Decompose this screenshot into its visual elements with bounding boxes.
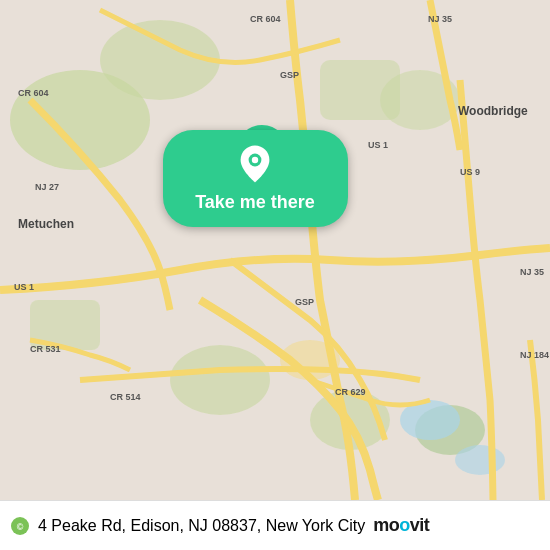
svg-text:CR 514: CR 514 bbox=[110, 392, 141, 402]
take-me-there-button[interactable]: Take me there bbox=[163, 130, 348, 227]
svg-point-11 bbox=[280, 340, 340, 380]
svg-text:NJ 27: NJ 27 bbox=[35, 182, 59, 192]
svg-text:US 1: US 1 bbox=[368, 140, 388, 150]
svg-text:US 1: US 1 bbox=[14, 282, 34, 292]
svg-text:CR 629: CR 629 bbox=[335, 387, 366, 397]
svg-point-5 bbox=[170, 345, 270, 415]
svg-text:CR 604: CR 604 bbox=[250, 14, 281, 24]
svg-text:GSP: GSP bbox=[280, 70, 299, 80]
svg-text:US 9: US 9 bbox=[460, 167, 480, 177]
footer-address: 4 Peake Rd, Edison, NJ 08837, New York C… bbox=[38, 517, 365, 535]
svg-text:Woodbridge: Woodbridge bbox=[458, 104, 528, 118]
svg-text:CR 531: CR 531 bbox=[30, 344, 61, 354]
svg-text:CR 604: CR 604 bbox=[18, 88, 49, 98]
moovit-logo: moovit bbox=[373, 515, 429, 536]
footer-bar: © 4 Peake Rd, Edison, NJ 08837, New York… bbox=[0, 500, 550, 550]
svg-text:©: © bbox=[17, 522, 24, 532]
svg-text:GSP: GSP bbox=[295, 297, 314, 307]
cta-label: Take me there bbox=[195, 192, 315, 213]
osm-logo: © bbox=[10, 516, 30, 536]
svg-text:NJ 35: NJ 35 bbox=[428, 14, 452, 24]
location-pin-icon bbox=[235, 144, 275, 184]
svg-text:NJ 184: NJ 184 bbox=[520, 350, 549, 360]
svg-text:Metuchen: Metuchen bbox=[18, 217, 74, 231]
map-container: CR 604 CR 604 GSP US 1 NJ 35 US 9 NJ 27 … bbox=[0, 0, 550, 500]
svg-point-10 bbox=[455, 445, 505, 475]
svg-text:NJ 35: NJ 35 bbox=[520, 267, 544, 277]
svg-point-31 bbox=[252, 157, 258, 163]
cta-overlay: Take me there bbox=[155, 130, 355, 227]
